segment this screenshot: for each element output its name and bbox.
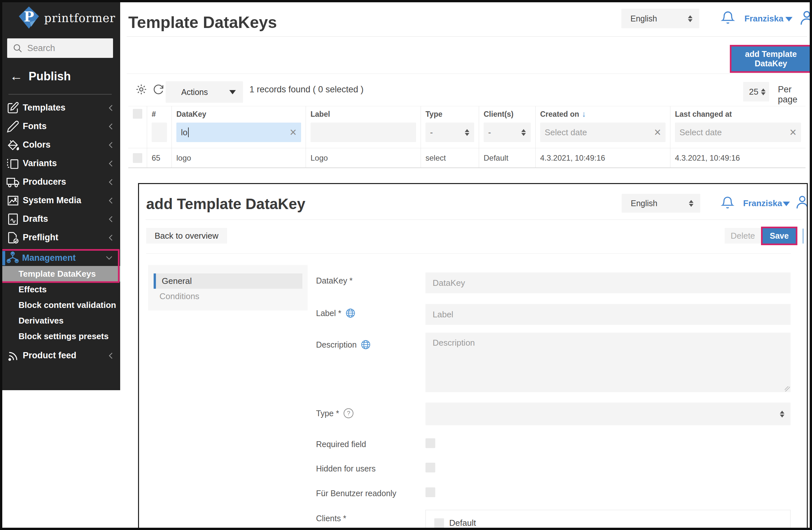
date-placeholder: Select date bbox=[680, 127, 722, 138]
clients-options-box: Default bbox=[425, 510, 791, 530]
actions-value: Actions bbox=[181, 87, 208, 97]
management-subitems: Effects Block content validation Derivat… bbox=[0, 282, 120, 344]
back-to-overview-button[interactable]: Back to overview bbox=[146, 228, 227, 243]
user-menu[interactable]: Franziska bbox=[743, 198, 782, 208]
sidebar-item-variants[interactable]: Variants bbox=[0, 154, 120, 173]
sidebar-item-product-feed[interactable]: Product feed bbox=[0, 346, 120, 365]
clear-date-icon[interactable]: × bbox=[654, 126, 661, 138]
sidebar-subitem-derivatives[interactable]: Derivatives bbox=[0, 313, 120, 329]
sidebar-item-label: System Media bbox=[23, 195, 81, 206]
datakey-input[interactable] bbox=[433, 278, 783, 288]
printformer-logo-icon: P bbox=[18, 6, 40, 31]
modal-scrollbar[interactable] bbox=[802, 228, 803, 243]
column-header[interactable]: DataKey bbox=[172, 106, 306, 120]
client-default-checkbox[interactable] bbox=[434, 518, 444, 528]
tab-conditions[interactable]: Conditions bbox=[154, 289, 302, 304]
sidebar-item-templates[interactable]: Templates bbox=[0, 99, 120, 117]
hidden-for-users-checkbox[interactable] bbox=[425, 463, 435, 472]
type-select[interactable] bbox=[425, 403, 791, 425]
language-select[interactable]: English bbox=[621, 9, 699, 28]
user-caret-icon[interactable] bbox=[785, 17, 793, 22]
sidebar-item-label: Preflight bbox=[23, 233, 58, 242]
tab-general[interactable]: General bbox=[154, 274, 302, 289]
modal-toolbar-divider bbox=[146, 253, 791, 254]
sort-desc-icon[interactable]: ↓ bbox=[582, 109, 586, 119]
notifications-bell-icon[interactable] bbox=[721, 9, 735, 26]
sidebar-item-drafts[interactable]: Drafts bbox=[0, 210, 120, 228]
sidebar-item-management[interactable]: Management bbox=[0, 250, 120, 266]
sidebar-item-label: Product feed bbox=[23, 350, 76, 361]
svg-text:?: ? bbox=[347, 410, 350, 417]
sidebar-item-preflight[interactable]: Preflight bbox=[0, 228, 120, 247]
sidebar-item-producers[interactable]: Producers bbox=[0, 173, 120, 191]
datakey-filter-input[interactable]: lo × bbox=[176, 123, 301, 142]
clients-filter-select[interactable]: - bbox=[484, 123, 531, 142]
column-header[interactable]: Last changed at bbox=[670, 106, 806, 120]
delete-button[interactable]: Delete bbox=[725, 228, 761, 243]
column-header[interactable]: Type bbox=[421, 106, 479, 120]
sidebar-subitem-label: Block content validation bbox=[18, 300, 116, 310]
select-stepper-icon bbox=[761, 88, 766, 95]
user-avatar-icon[interactable] bbox=[795, 193, 808, 211]
sidebar-subitem-block-content-validation[interactable]: Block content validation bbox=[0, 297, 120, 313]
caret-down-icon bbox=[229, 90, 236, 94]
filter-cell-type: - bbox=[421, 120, 479, 148]
column-header[interactable]: Label bbox=[306, 106, 421, 120]
save-button-highlight-box: Save bbox=[761, 227, 797, 245]
save-button[interactable]: Save bbox=[763, 228, 796, 243]
cell-datakey[interactable]: logo bbox=[172, 148, 306, 167]
select-all-checkbox[interactable] bbox=[133, 109, 142, 119]
logo-text: printformer bbox=[44, 12, 115, 25]
sidebar-subitem-effects[interactable]: Effects bbox=[0, 282, 120, 297]
required-field-checkbox[interactable] bbox=[425, 438, 435, 448]
created-date-filter[interactable]: Select date × bbox=[540, 123, 666, 142]
user-avatar-icon[interactable] bbox=[798, 9, 812, 27]
search-input[interactable] bbox=[27, 43, 102, 53]
gear-icon[interactable] bbox=[135, 83, 147, 96]
sidebar-item-label: Management bbox=[22, 253, 76, 263]
filter-cell-clients: - bbox=[479, 120, 535, 148]
help-question-icon[interactable]: ? bbox=[343, 408, 354, 419]
clear-date-icon[interactable]: × bbox=[789, 126, 796, 138]
chevron-left-icon bbox=[108, 197, 113, 205]
sidebar-subitem-block-settings-presets[interactable]: Block settings presets bbox=[0, 329, 120, 344]
file-check-icon bbox=[6, 231, 19, 244]
add-template-datakey-button[interactable]: add Template DataKey bbox=[731, 46, 810, 71]
resize-handle-icon[interactable] bbox=[785, 386, 790, 391]
edit-square-icon bbox=[6, 101, 19, 114]
search-icon bbox=[12, 43, 23, 53]
user-menu[interactable]: Franziska bbox=[744, 14, 783, 24]
app-logo[interactable]: P printformer bbox=[18, 6, 115, 31]
sidebar-subitem-template-datakeys[interactable]: Template DataKeys bbox=[0, 266, 120, 282]
description-textarea[interactable] bbox=[425, 333, 791, 392]
refresh-icon[interactable] bbox=[153, 83, 164, 96]
label-input[interactable] bbox=[433, 309, 783, 320]
sidebar-item-colors[interactable]: Colors bbox=[0, 136, 120, 154]
column-header[interactable]: Client(s) bbox=[479, 106, 535, 120]
chevron-left-icon bbox=[108, 123, 113, 130]
sidebar-item-system-media[interactable]: System Media bbox=[0, 191, 120, 210]
clear-filter-icon[interactable]: × bbox=[290, 126, 296, 138]
actions-select[interactable]: Actions bbox=[166, 81, 243, 103]
per-page-select[interactable]: 25 bbox=[743, 82, 769, 101]
label-filter-input[interactable] bbox=[310, 123, 416, 142]
client-option-default[interactable]: Default bbox=[434, 518, 476, 528]
type-filter-select[interactable]: - bbox=[425, 123, 474, 142]
pencil-icon bbox=[6, 120, 19, 133]
modal-language-select[interactable]: English bbox=[622, 194, 700, 213]
select-stepper-icon bbox=[521, 129, 526, 136]
clients-field-label: Clients * bbox=[316, 514, 346, 523]
notifications-bell-icon[interactable] bbox=[721, 194, 735, 211]
records-count: 1 records found ( 0 selected ) bbox=[249, 85, 363, 95]
sidebar-search[interactable] bbox=[7, 38, 113, 58]
user-caret-icon[interactable] bbox=[783, 201, 790, 206]
num-filter-input[interactable] bbox=[152, 123, 167, 142]
truck-icon bbox=[6, 176, 19, 189]
sidebar-back-publish[interactable]: ← Publish bbox=[10, 69, 71, 84]
column-header-created-on[interactable]: Created on ↓ bbox=[535, 106, 670, 120]
readonly-checkbox[interactable] bbox=[425, 487, 435, 497]
sidebar-item-fonts[interactable]: Fonts bbox=[0, 117, 120, 136]
changed-date-filter[interactable]: Select date × bbox=[675, 123, 801, 142]
row-checkbox[interactable] bbox=[133, 153, 142, 163]
column-header[interactable]: # bbox=[147, 106, 172, 120]
